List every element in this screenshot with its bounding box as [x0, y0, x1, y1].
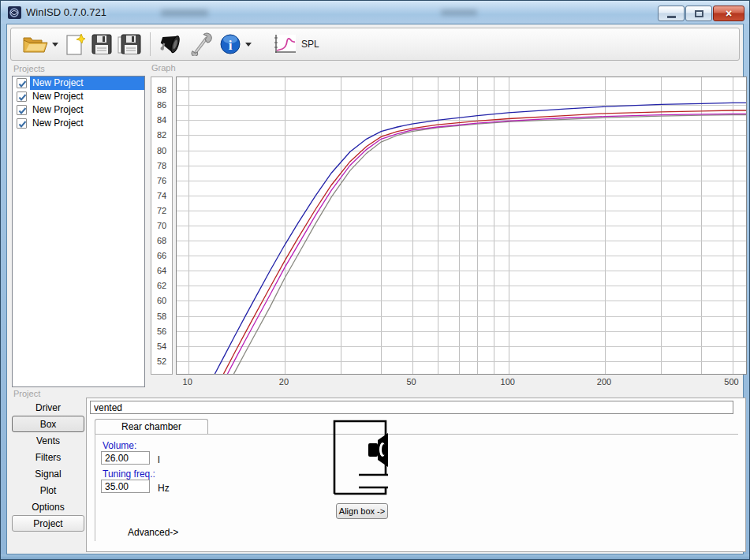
- project-panel-label: Project: [13, 389, 40, 398]
- y-tick-label: 62: [151, 281, 172, 290]
- tab-options[interactable]: Options: [12, 498, 84, 515]
- x-axis-labels: 102050100200500: [176, 377, 747, 390]
- toolbar: i SPL: [10, 28, 740, 61]
- glass-reflection: [161, 9, 208, 17]
- window-border[interactable]: [0, 554, 750, 560]
- speaker-horn-icon: [159, 32, 185, 56]
- info-icon: i: [219, 33, 241, 55]
- project-checkbox[interactable]: [17, 91, 27, 102]
- tab-filters[interactable]: Filters: [12, 449, 84, 465]
- info-dropdown-arrow[interactable]: [245, 43, 252, 47]
- vented-box-diagram: [333, 420, 388, 495]
- open-folder-icon: [21, 33, 48, 55]
- spl-chart-icon: [273, 34, 297, 54]
- open-dropdown-arrow[interactable]: [52, 43, 58, 47]
- x-tick-label: 10: [174, 377, 202, 386]
- tab-box[interactable]: Box: [12, 416, 84, 432]
- x-tick-label: 500: [718, 377, 746, 386]
- tab-signal[interactable]: Signal: [12, 465, 84, 482]
- y-tick-label: 86: [151, 100, 172, 110]
- wrench-icon: [189, 32, 215, 56]
- new-project-button[interactable]: [63, 30, 88, 58]
- y-tick-label: 52: [151, 357, 172, 366]
- tab-vents[interactable]: Vents: [12, 432, 84, 449]
- series-new-project-1: [214, 103, 746, 374]
- tab-plot[interactable]: Plot: [12, 482, 84, 498]
- y-tick-label: 88: [151, 85, 172, 95]
- window-border: [0, 24, 6, 554]
- tab-driver[interactable]: Driver: [12, 399, 84, 416]
- tuning-freq-input[interactable]: [101, 480, 150, 493]
- project-checkbox[interactable]: [17, 118, 27, 129]
- x-tick-label: 100: [494, 377, 522, 386]
- project-checkbox[interactable]: [17, 78, 27, 88]
- project-list-item[interactable]: New Project: [13, 103, 144, 117]
- client-area: i SPL Projects New ProjectNew Proj: [6, 24, 744, 554]
- glass-reflection: [441, 9, 477, 16]
- close-button[interactable]: ×: [713, 6, 744, 21]
- y-tick-label: 70: [151, 221, 172, 230]
- tuning-freq-unit: Hz: [158, 483, 170, 494]
- project-name[interactable]: New Project: [30, 90, 144, 103]
- spl-button[interactable]: SPL: [271, 30, 322, 58]
- y-tick-label: 82: [151, 130, 172, 140]
- project-type-input[interactable]: [90, 401, 733, 414]
- project-name[interactable]: New Project: [30, 103, 144, 117]
- x-tick-label: 200: [590, 377, 618, 386]
- y-tick-label: 54: [151, 342, 172, 351]
- graph-plot[interactable]: [176, 77, 747, 375]
- save-floppy-icon: [91, 33, 113, 55]
- save-as-button[interactable]: [115, 30, 144, 58]
- app-icon: [8, 6, 21, 19]
- y-tick-label: 76: [151, 176, 172, 185]
- driver-button[interactable]: [157, 30, 187, 58]
- volume-input[interactable]: [101, 451, 150, 465]
- align-box-button[interactable]: Align box ->: [336, 503, 388, 519]
- series-new-project-4: [214, 115, 746, 374]
- graph-panel-label: Graph: [151, 63, 176, 73]
- tab-project[interactable]: Project: [12, 515, 84, 532]
- y-tick-label: 56: [151, 327, 172, 336]
- y-tick-label: 84: [151, 115, 172, 125]
- y-tick-label: 58: [151, 312, 172, 321]
- save-button[interactable]: [88, 30, 115, 58]
- y-tick-label: 60: [151, 296, 172, 305]
- tuning-freq-label: Tuning freq.:: [103, 469, 155, 480]
- spl-button-label: SPL: [301, 39, 319, 50]
- y-tick-label: 66: [151, 251, 172, 260]
- minimize-button[interactable]: [658, 6, 685, 21]
- tab-rear-chamber[interactable]: Rear chamber: [95, 419, 208, 434]
- project-name[interactable]: New Project: [30, 77, 144, 90]
- driver-cross-section: [368, 433, 388, 467]
- project-checkbox[interactable]: [17, 105, 27, 115]
- project-name[interactable]: New Project: [30, 117, 144, 130]
- y-tick-label: 72: [151, 206, 172, 215]
- volume-unit: l: [158, 454, 160, 465]
- info-button[interactable]: i: [217, 30, 244, 58]
- project-list-item[interactable]: New Project: [13, 77, 144, 90]
- y-tick-label: 64: [151, 266, 172, 275]
- projects-panel-label: Projects: [13, 64, 45, 73]
- window-title: WinISD 0.7.0.721: [26, 6, 106, 18]
- y-tick-label: 80: [151, 146, 172, 155]
- spl-chart: [177, 77, 746, 374]
- x-tick-label: 20: [270, 377, 298, 386]
- svg-text:i: i: [229, 38, 233, 53]
- volume-label: Volume:: [103, 440, 136, 451]
- close-icon: ×: [726, 8, 732, 19]
- project-list-item[interactable]: New Project: [13, 117, 144, 130]
- y-tick-label: 74: [151, 191, 172, 200]
- x-tick-label: 50: [397, 377, 426, 386]
- advanced-link[interactable]: Advanced->: [128, 527, 178, 538]
- title-bar[interactable]: WinISD 0.7.0.721 ×: [0, 0, 750, 24]
- projects-list[interactable]: New ProjectNew ProjectNew ProjectNew Pro…: [12, 76, 145, 387]
- project-tabs: DriverBoxVentsFiltersSignalPlotOptionsPr…: [12, 399, 84, 532]
- maximize-button[interactable]: [685, 6, 712, 21]
- minimize-icon: [667, 16, 676, 18]
- y-axis-labels: 88868482807876747270686664626058565452: [151, 77, 173, 375]
- chamber-groupbox: [95, 434, 738, 541]
- open-button[interactable]: [19, 30, 50, 58]
- tools-button[interactable]: [187, 30, 217, 58]
- project-list-item[interactable]: New Project: [13, 90, 144, 103]
- save-as-floppy-icon: [118, 33, 141, 55]
